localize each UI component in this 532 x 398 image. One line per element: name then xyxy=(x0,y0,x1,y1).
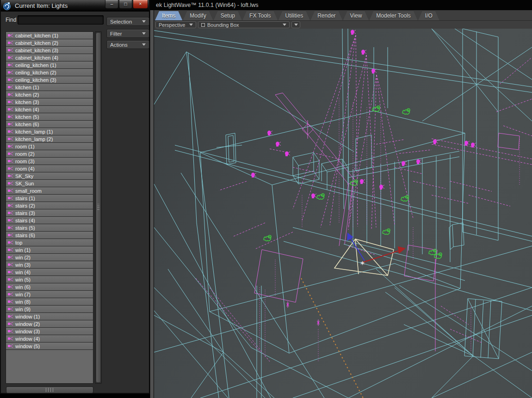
chevron-down-icon xyxy=(142,43,146,46)
spotlight-icon xyxy=(8,344,13,348)
light-list-item[interactable]: cabinet_kitchen (1) xyxy=(6,32,93,39)
menu-tab[interactable]: Utilities xyxy=(278,11,310,20)
chevron-down-icon xyxy=(142,32,146,35)
light-list-item[interactable]: small_room xyxy=(6,187,93,195)
light-list-item[interactable]: stairs (2) xyxy=(6,202,93,209)
vertical-scrollbar-thumb[interactable] xyxy=(96,33,100,382)
spotlight-icon xyxy=(8,63,13,67)
light-list-item[interactable]: room (3) xyxy=(6,158,93,165)
spotlight-icon xyxy=(8,189,13,193)
panel-title: Current Item: Lights xyxy=(15,2,68,9)
light-list-item[interactable]: win (7) xyxy=(6,291,93,298)
spotlight-icon xyxy=(8,166,13,171)
spotlight-icon xyxy=(8,277,13,282)
spotlight-icon xyxy=(8,211,13,215)
light-list-item[interactable]: kitchen_lamp (1) xyxy=(6,128,93,135)
spotlight-icon xyxy=(8,137,13,141)
light-list-item[interactable]: kitchen (4) xyxy=(6,106,93,113)
spotlight-icon xyxy=(8,115,13,119)
window-edge-divider xyxy=(150,10,154,398)
light-list-item[interactable]: kitchen (2) xyxy=(6,91,93,98)
dropdown-button[interactable]: Filter xyxy=(106,29,149,38)
light-list-item[interactable]: cabinet_kitchen (2) xyxy=(6,39,93,47)
spotlight-icon xyxy=(8,181,13,185)
spotlight-icon xyxy=(8,41,13,45)
lights-list: cabinet_kitchen (1) cabinet_kitchen (2) … xyxy=(6,31,93,384)
menu-tab[interactable]: FX Tools xyxy=(242,11,278,20)
perspective-viewport[interactable]: * xyxy=(154,29,532,398)
pivot-marker: * xyxy=(360,259,365,269)
light-list-item[interactable]: window (3) xyxy=(6,328,93,335)
lightwave-logo-icon xyxy=(3,2,11,10)
light-list-item[interactable]: window (5) xyxy=(6,343,93,350)
scrollbar-grip-icon xyxy=(45,388,54,392)
spotlight-icon xyxy=(8,255,13,259)
menu-tab[interactable]: Setup xyxy=(214,11,242,20)
light-list-item[interactable]: room (1) xyxy=(6,143,93,150)
light-list-item[interactable]: kitchen (3) xyxy=(6,98,93,106)
vertical-scrollbar[interactable] xyxy=(95,31,102,384)
viewport-toolbar: Perspective Bounding Box xyxy=(154,21,532,29)
menu-tab[interactable]: Items xyxy=(155,11,182,20)
spotlight-icon xyxy=(8,337,13,341)
light-list-item[interactable]: win (3) xyxy=(6,261,93,269)
light-list-item[interactable]: kitchen (6) xyxy=(6,121,93,128)
light-list-item[interactable]: ceiling_kitchen (3) xyxy=(6,76,93,84)
light-list-item[interactable]: kitchen (5) xyxy=(6,113,93,121)
light-list-item[interactable]: room (2) xyxy=(6,150,93,158)
menu-tab[interactable]: Modify xyxy=(183,11,213,20)
light-list-item[interactable]: SK_Sun xyxy=(6,180,93,187)
dropdown-button[interactable]: Actions xyxy=(106,40,149,49)
light-list-item[interactable]: top xyxy=(6,239,93,246)
spotlight-icon xyxy=(8,263,13,267)
spotlight-icon xyxy=(8,233,13,237)
menu-tab[interactable]: I/O xyxy=(418,11,439,20)
light-list-item[interactable]: window (2) xyxy=(6,320,93,328)
spotlight-icon xyxy=(8,270,13,274)
display-mode-dropdown[interactable]: Bounding Box xyxy=(198,21,290,28)
light-list-item[interactable]: room (4) xyxy=(6,165,93,172)
close-button[interactable]: × xyxy=(133,0,148,9)
light-list-item[interactable]: win (6) xyxy=(6,283,93,291)
spotlight-icon xyxy=(8,152,13,156)
light-list-item[interactable]: ceiling_kitchen (1) xyxy=(6,61,93,69)
light-list-item[interactable]: win (5) xyxy=(6,276,93,283)
spotlight-icon xyxy=(8,307,13,311)
menu-tab[interactable]: Modeler Tools xyxy=(369,11,417,20)
view-mode-dropdown[interactable]: Perspective xyxy=(155,21,196,28)
light-list-item[interactable]: window (1) xyxy=(6,313,93,320)
light-list-item[interactable]: kitchen (1) xyxy=(6,84,93,91)
light-list-item[interactable]: window (4) xyxy=(6,335,93,343)
light-list-item[interactable]: kitchen_lamp (2) xyxy=(6,135,93,143)
display-options-dropdown[interactable] xyxy=(291,21,300,28)
maximize-button[interactable]: □ xyxy=(119,0,132,9)
light-list-item[interactable]: win (9) xyxy=(6,306,93,313)
minimize-button[interactable]: – xyxy=(105,0,118,9)
light-list-item[interactable]: win (4) xyxy=(6,269,93,276)
light-list-item[interactable]: ceiling_kitchen (2) xyxy=(6,69,93,76)
light-list-item[interactable]: stairs (5) xyxy=(6,224,93,232)
light-list-item[interactable]: win (8) xyxy=(6,298,93,306)
dropdown-button[interactable]: Selection xyxy=(106,17,149,26)
find-input[interactable] xyxy=(18,15,104,24)
menu-tab[interactable]: Render xyxy=(310,11,342,20)
light-list-item[interactable]: stairs (3) xyxy=(6,209,93,217)
spotlight-icon xyxy=(8,218,13,222)
light-list-item[interactable]: cabinet_kitchen (3) xyxy=(6,47,93,54)
chevron-down-icon xyxy=(294,24,298,26)
spotlight-icon xyxy=(8,85,13,89)
light-list-item[interactable]: SK_Sky xyxy=(6,172,93,180)
spotlight-icon xyxy=(8,55,13,60)
light-list-item[interactable]: stairs (6) xyxy=(6,232,93,239)
menu-tab[interactable]: View xyxy=(343,11,369,20)
light-list-item[interactable]: cabinet_kitchen (4) xyxy=(6,54,93,61)
light-list-item[interactable]: stairs (4) xyxy=(6,217,93,224)
spotlight-icon xyxy=(8,203,13,208)
light-list-item[interactable]: stairs (1) xyxy=(6,195,93,202)
spotlight-icon xyxy=(8,92,13,97)
light-list-item[interactable]: win (1) xyxy=(6,246,93,254)
horizontal-scrollbar[interactable] xyxy=(6,386,93,393)
checkbox-icon xyxy=(201,23,205,27)
spotlight-icon xyxy=(8,174,13,178)
light-list-item[interactable]: win (2) xyxy=(6,254,93,261)
